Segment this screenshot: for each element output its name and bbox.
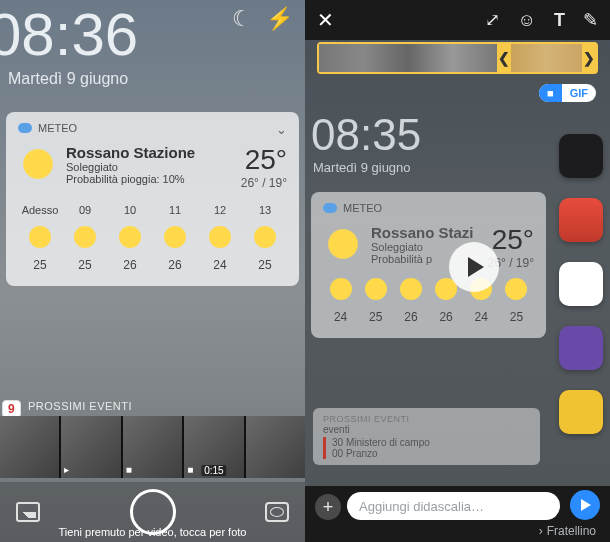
media-thumb[interactable] xyxy=(246,416,305,478)
video-mode[interactable]: ■ xyxy=(539,84,562,102)
sun-icon xyxy=(164,226,186,248)
play-button[interactable] xyxy=(449,242,499,292)
sun-icon xyxy=(400,278,422,300)
weather-rain: Probabilità pioggia: 10% xyxy=(66,173,233,185)
preview-clock: 08:35 xyxy=(311,110,421,160)
sun-icon xyxy=(254,226,276,248)
next-events-label: PROSSIMI EVENTI xyxy=(28,400,132,412)
crop-icon[interactable]: ⤢ xyxy=(485,9,500,31)
recipient-chip[interactable]: ›Fratellino xyxy=(539,524,596,538)
preview-date: Martedì 9 giugno xyxy=(313,160,411,175)
sun-icon xyxy=(209,226,231,248)
emoji-icon[interactable]: ☺ xyxy=(518,10,536,31)
sun-icon xyxy=(18,144,58,184)
app-icon xyxy=(559,198,603,242)
trim-selection[interactable] xyxy=(511,44,582,72)
media-thumb[interactable]: ■ xyxy=(123,416,182,478)
video-gif-toggle[interactable]: ■ GIF xyxy=(539,84,596,102)
editor-topbar: ✕ ⤢ ☺ T ✎ xyxy=(305,0,610,40)
sun-icon xyxy=(119,226,141,248)
home-app-column xyxy=(552,130,610,472)
trim-handle-left[interactable]: ❮ xyxy=(497,44,511,72)
gif-mode[interactable]: GIF xyxy=(562,84,596,102)
app-icon xyxy=(559,390,603,434)
app-icon xyxy=(559,326,603,370)
video-icon: ■ xyxy=(187,464,193,475)
switch-camera-icon[interactable] xyxy=(265,502,289,522)
media-thumb[interactable] xyxy=(0,416,59,478)
sun-icon xyxy=(74,226,96,248)
video-icon: ■ xyxy=(547,87,554,99)
hourly-forecast: Adesso25 0925 1026 1126 1224 1325 xyxy=(18,204,287,272)
draw-icon[interactable]: ✎ xyxy=(583,9,598,31)
text-tool-icon[interactable]: T xyxy=(554,10,565,31)
capture-hint: Tieni premuto per video, tocca per foto xyxy=(0,526,305,538)
media-thumb[interactable]: ■ xyxy=(184,416,243,478)
lockscreen-clock: 08:36 xyxy=(0,0,138,69)
recent-media-strip[interactable]: ▸ ■ ■ xyxy=(0,416,305,478)
weather-range: 26° / 19° xyxy=(241,176,287,190)
weather-condition: Soleggiato xyxy=(66,161,233,173)
weather-widget: METEO ⌄ Rossano Stazione Soleggiato Prob… xyxy=(6,112,299,286)
sun-icon xyxy=(505,278,527,300)
weather-app-icon xyxy=(323,203,337,213)
weather-provider: METEO xyxy=(38,122,77,134)
trim-handle-right[interactable]: ❯ xyxy=(582,44,596,72)
sun-icon xyxy=(330,278,352,300)
events-widget: PROSSIMI EVENTI eventi 30 Ministero di c… xyxy=(313,408,540,465)
media-thumb[interactable]: ▸ xyxy=(61,416,120,478)
flash-icon[interactable]: ⚡ xyxy=(266,6,293,32)
chevron-down-icon[interactable]: ⌄ xyxy=(276,122,287,137)
app-icon xyxy=(559,262,603,306)
weather-app-icon xyxy=(18,123,32,133)
add-media-button[interactable]: + xyxy=(315,494,341,520)
gallery-icon[interactable] xyxy=(16,502,40,522)
sun-icon xyxy=(323,224,363,264)
sun-icon xyxy=(29,226,51,248)
video-icon: ■ xyxy=(126,464,132,475)
close-icon[interactable]: ✕ xyxy=(317,8,334,32)
caption-input[interactable]: Aggiungi didascalia… xyxy=(347,492,560,520)
sun-icon xyxy=(365,278,387,300)
send-button[interactable] xyxy=(570,490,600,520)
camera-capture-screen: 08:36 Martedì 9 giugno ☾ ⚡ METEO ⌄ Rossa… xyxy=(0,0,305,542)
lockscreen-date: Martedì 9 giugno xyxy=(8,70,128,88)
night-mode-icon[interactable]: ☾ xyxy=(232,6,252,32)
weather-temp: 25° xyxy=(241,144,287,176)
weather-location: Rossano Stazione xyxy=(66,144,233,161)
clock-app-icon xyxy=(559,134,603,178)
video-trimmer[interactable]: ❮ ❯ xyxy=(317,42,598,74)
video-icon: ▸ xyxy=(64,464,69,475)
trim-track[interactable] xyxy=(319,44,497,72)
video-edit-screen: ✕ ⤢ ☺ T ✎ ❮ ❯ ■ GIF 08:35 Martedì 9 giug… xyxy=(305,0,610,542)
preview-weather-widget: METEO Rossano Stazi Soleggiato Probabili… xyxy=(311,192,546,338)
